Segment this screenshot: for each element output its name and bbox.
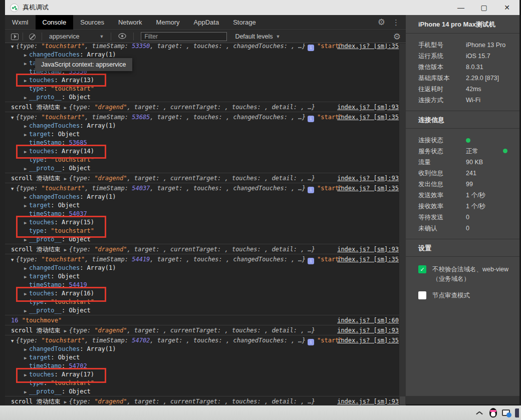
collapse-arrow-icon[interactable]: ▼ [11,336,16,346]
maximize-button[interactable]: ▢ [472,0,495,15]
expand-arrow-icon[interactable]: ▶ [64,245,69,255]
live-expression-eye-icon[interactable] [118,33,126,41]
clear-console-icon[interactable] [29,34,36,40]
console-scrollbar[interactable] [399,44,406,405]
property-key: timeStamp [29,210,62,217]
tree-row: ▶changedTouches: Array(1) [5,193,406,201]
expand-arrow-icon[interactable]: ▶ [24,290,29,298]
source-link[interactable]: index.js? [sm]:60 [337,315,399,325]
source-link[interactable]: index.js? [sm]:35 [337,183,399,193]
dragend-preview: {type: "dragend", target: , currentTarge… [69,327,315,334]
console-group: ▼{type: "touchstart", timeStamp: 54419, … [5,254,406,315]
property-key: type [29,85,44,92]
property-value: "touchstart" [51,379,94,386]
tab-wxml[interactable]: Wxml [5,15,36,30]
expand-arrow-icon[interactable]: ▶ [24,148,29,156]
expand-arrow-icon[interactable]: ▶ [24,219,29,227]
property-value: Object [58,354,80,361]
property-key: changedTouches [29,193,80,200]
checkbox-unchecked-icon[interactable] [418,291,426,299]
tree-row: type: "touchstart" [5,298,406,306]
info-label: 微信版本 [418,64,443,71]
expand-arrow-icon[interactable]: ▶ [24,60,29,68]
property-key: __proto__ [29,165,62,172]
collapse-arrow-icon[interactable]: ▼ [11,184,16,194]
console-group-preview[interactable]: ▼{type: "touchstart", timeStamp: 53685, … [5,112,406,122]
tab-network[interactable]: Network [111,15,149,30]
tree-row: ▶changedTouches: Array(1) [5,122,406,130]
console-scroll-row: scroll 滑动结束 ▶{type: "dragend", target: ,… [5,173,406,183]
more-options-kebab-icon[interactable]: ⋮ [392,19,400,26]
sidebar-info-row: 等待发送0 [406,212,519,223]
console-group-preview[interactable]: ▼{type: "touchstart", timeStamp: 53350, … [5,44,406,51]
property-value: Array(16) [62,290,94,297]
console-sidebar-toggle-icon[interactable] [11,34,19,40]
source-link[interactable]: index.js? [sm]:93 [337,396,399,405]
js-context-select[interactable]: appservice ▼ [46,33,107,40]
expand-arrow-icon[interactable]: ▶ [24,51,29,60]
expand-arrow-icon[interactable]: ▶ [24,131,29,139]
expand-arrow-icon[interactable]: ▶ [24,354,29,362]
log-levels-select[interactable]: Default levels ▼ [235,33,280,40]
source-link[interactable]: index.js? [sm]:93 [337,325,399,335]
close-button[interactable]: ✕ [495,0,518,15]
collapse-arrow-icon[interactable]: ▼ [11,113,16,123]
screencast-tray-icon[interactable] [502,409,510,416]
source-link[interactable]: index.js? [sm]:93 [337,173,399,183]
console-group-preview[interactable]: ▼{type: "touchstart", timeStamp: 54037, … [5,183,406,193]
expand-arrow-icon[interactable]: ▶ [24,122,29,131]
info-label: 往返耗时 [418,86,443,93]
expand-arrow-icon[interactable]: ▶ [24,273,29,281]
expand-arrow-icon[interactable]: ▶ [24,236,29,244]
source-link[interactable]: index.js? [sm]:93 [337,244,399,254]
expand-arrow-icon[interactable]: ▶ [64,103,69,113]
expand-arrow-icon[interactable]: ▶ [24,94,29,102]
console-group-preview[interactable]: ▼{type: "touchstart", timeStamp: 54419, … [5,254,406,264]
expand-arrow-icon[interactable]: ▶ [64,397,69,405]
expand-arrow-icon[interactable]: ▶ [24,307,29,315]
sidebar-footer-strip [406,396,519,404]
tab-console[interactable]: Console [36,15,74,30]
tree-row: type: "touchstart" [5,227,406,235]
expand-arrow-icon[interactable]: ▶ [24,77,29,85]
console-group-children: ▶changedTouches: Array(1)▶target: Object… [5,193,406,244]
source-link[interactable]: index.js? [sm]:35 [337,112,399,122]
minimize-button[interactable]: — [449,0,472,15]
settings-label: 节点审查模式 [432,291,509,300]
property-value: 54419 [69,281,87,288]
filter-input[interactable] [141,32,227,41]
status-dot-icon [466,138,470,143]
property-key: touches [29,290,55,297]
source-link[interactable]: index.js? [sm]:35 [337,44,399,51]
qq-tray-icon[interactable] [489,408,497,417]
console-group-preview[interactable]: ▼{type: "touchstart", timeStamp: 54702, … [5,335,406,345]
expand-arrow-icon[interactable]: ▶ [64,326,69,336]
expand-arrow-icon[interactable]: ▶ [24,388,29,396]
devtools-settings-gear-icon[interactable]: ⚙ [378,18,385,27]
tab-storage[interactable]: Storage [226,15,263,30]
scrollbar-thumb[interactable] [400,396,405,404]
console-group-children: ▶changedTouches: Array(1)▶target: Object… [5,122,406,173]
expand-arrow-icon[interactable]: ▶ [24,165,29,173]
tray-expand-chevron-icon[interactable] [476,411,482,415]
sidebar-info-row: 收到信息241 [406,168,519,179]
source-link[interactable]: index.js? [sm]:35 [337,254,399,264]
source-link[interactable]: index.js? [sm]:93 [337,102,399,112]
info-label: 等待发送 [418,214,443,221]
expand-arrow-icon[interactable]: ▶ [24,264,29,273]
expand-arrow-icon[interactable]: ▶ [24,371,29,379]
property-key: changedTouches [29,122,80,129]
expand-arrow-icon[interactable]: ▶ [24,202,29,210]
collapse-arrow-icon[interactable]: ▼ [11,255,16,265]
checkbox-checked-icon[interactable]: ✓ [418,265,426,273]
tab-sources[interactable]: Sources [73,15,111,30]
console-settings-gear-icon[interactable]: ⚙ [393,33,401,41]
expand-arrow-icon[interactable]: ▶ [24,345,29,354]
tab-appdata[interactable]: AppData [187,15,226,30]
expand-arrow-icon[interactable]: ▶ [24,193,29,202]
expand-arrow-icon[interactable]: ▶ [64,174,69,184]
tree-row: ▶__proto__: Object [5,387,406,396]
tab-memory[interactable]: Memory [149,15,187,30]
partial-tray-icon[interactable] [515,408,519,417]
source-link[interactable]: index.js? [sm]:35 [337,335,399,345]
